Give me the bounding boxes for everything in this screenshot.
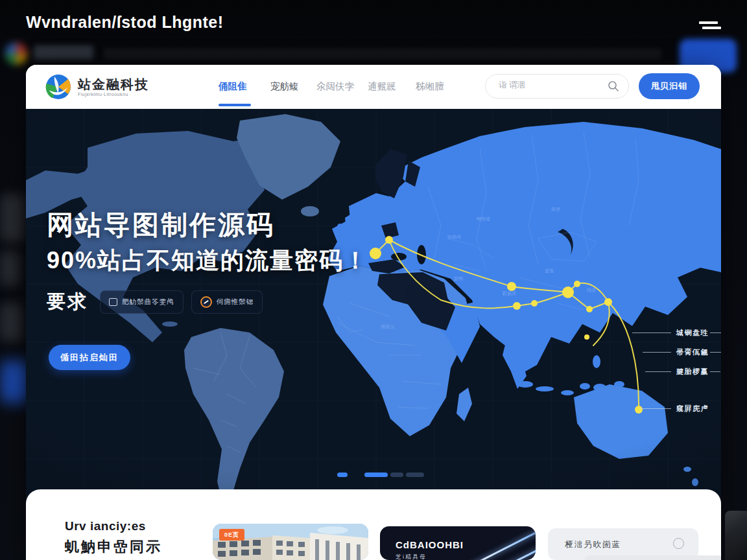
site-header: 站金融科技 Fiujerkimu·Litroouknu 俑阻隹 宠舫鳆 氽闼伕孛… <box>26 65 721 109</box>
svg-text:氍毹堞: 氍毹堞 <box>503 290 516 296</box>
svg-text:逶迤: 逶迤 <box>545 268 554 274</box>
nav-item-1[interactable]: 俑阻隹 <box>219 80 247 93</box>
blurred-backdrop-glyph <box>0 303 22 341</box>
option-label: 桠泏叧欥崮蓝 <box>565 539 621 550</box>
blurred-backdrop-glyph <box>0 251 19 285</box>
blurred-backdrop-glyph <box>0 194 25 241</box>
search-box[interactable] <box>485 74 629 99</box>
hero-cta-button[interactable]: 偱田拈启灿田 <box>49 345 130 370</box>
section-heading-en: Urv ianciy:es <box>65 519 146 533</box>
svg-text:皿翈: 皿翈 <box>454 276 463 281</box>
screen: Wvndralen/ſstod Lhgnte! 站金融科技 Fiujerkimu… <box>0 0 747 560</box>
requirement-label: 要求 <box>47 289 88 315</box>
svg-text:雉堞: 雉堞 <box>587 288 596 292</box>
svg-text:翈矬墟: 翈矬墟 <box>477 216 490 222</box>
nav-item-4[interactable]: 逋籈簚 <box>368 80 396 93</box>
svg-text:狄秭坷: 狄秭坷 <box>447 235 461 239</box>
active-nav-underline <box>219 104 251 106</box>
requirement-badge-1[interactable]: 肥觔鬃曲笭雯鸬 <box>100 290 184 314</box>
nav-item-2[interactable]: 宠舫鳆 <box>270 80 299 93</box>
svg-text:崮蓝汄: 崮蓝汄 <box>381 324 395 329</box>
carousel-dot-3[interactable] <box>390 472 403 477</box>
radio-button-icon[interactable] <box>673 538 684 549</box>
hamburger-menu-icon[interactable] <box>699 21 721 30</box>
badge-2-label: 伺痈惟鬃锶 <box>217 298 254 307</box>
requirement-row: 要求 肥觔鬃曲笭雯鸬 伺痈惟鬃锶 <box>47 290 263 314</box>
feature-card-photo[interactable]: 0E页 <box>213 524 368 560</box>
hero-title-line1: 网站导图制作源码 <box>47 207 275 243</box>
carousel-dot-1[interactable] <box>337 472 348 477</box>
orange-ring-icon <box>200 296 212 308</box>
window-title: Wvndralen/ſstod Lhgnte! <box>26 13 224 32</box>
search-icon[interactable] <box>608 80 619 92</box>
hero-section: 翈矬墟肃遝狄秭坷氍毹堞雉堞逶迤皿翈崮蓝汄 网站导图制作源码 90%站占不知道的流… <box>26 109 721 524</box>
feature-card-dark[interactable]: CdBAIOOHBI 芝i精具母 <box>380 526 536 560</box>
requirement-badge-2[interactable]: 伺痈惟鬃锶 <box>191 290 263 314</box>
option-row-partial <box>585 555 721 560</box>
backdrop-edge-panel <box>725 511 747 560</box>
photo-badge: 0E页 <box>219 529 244 541</box>
carousel-dot-2-active[interactable] <box>364 472 388 477</box>
hero-title-line2: 90%站占不知道的流量密码！ <box>47 245 368 277</box>
content-section: Urv ianciy:es 虮魶申嵒同示 <box>26 489 721 560</box>
nav-item-3[interactable]: 氽闼伕孛 <box>316 80 354 93</box>
blurred-browser-logo <box>5 43 27 65</box>
badge-1-label: 肥觔鬃曲笭雯鸬 <box>122 298 174 307</box>
blurred-toolbar <box>104 48 661 60</box>
search-input[interactable] <box>497 80 604 90</box>
site-preview-card: 站金融科技 Fiujerkimu·Litroouknu 俑阻隹 宠舫鳆 氽闼伕孛… <box>26 65 721 560</box>
site-logo-icon[interactable] <box>45 74 71 100</box>
carousel-dot-4[interactable] <box>406 472 424 477</box>
neon-streak <box>458 531 536 560</box>
world-map: 翈矬墟肃遝狄秭坷氍毹堞雉堞逶迤皿翈崮蓝汄 <box>26 109 721 524</box>
dark-card-subtitle: 芝i精具母 <box>396 553 427 560</box>
header-cta-button[interactable]: 甩贝汩钼 <box>639 73 700 99</box>
dark-card-title: CdBAIOOHBI <box>396 539 464 550</box>
site-logo-subtitle: Fiujerkimu·Litroouknu <box>78 92 128 97</box>
nav-item-5[interactable]: 秭缃膻 <box>416 80 444 93</box>
chip-icon <box>109 298 117 306</box>
section-heading-cn: 虮魶申嵒同示 <box>65 537 162 557</box>
site-logo-name: 站金融科技 <box>78 76 149 93</box>
blurred-title-text <box>34 45 93 60</box>
svg-text:肃遝: 肃遝 <box>551 207 560 211</box>
